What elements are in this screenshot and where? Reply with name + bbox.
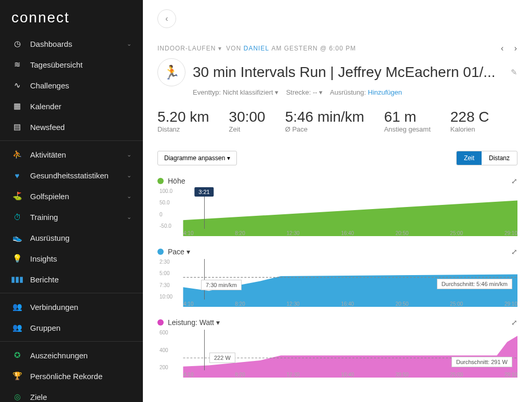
chevron-down-icon: ⌄ <box>127 41 131 47</box>
people-icon: 👥 <box>11 301 23 313</box>
pace-cursor-value: 7:30 min/km <box>201 280 242 290</box>
nav-rekorde[interactable]: 🏆Persönliche Rekorde <box>0 366 143 386</box>
nav-dashboards[interactable]: ◷Dashboards⌄ <box>0 33 143 54</box>
toggle-distanz[interactable]: Distanz <box>482 151 517 165</box>
chevron-down-icon: ⌄ <box>127 193 131 200</box>
chart-hoehe: Höhe⤢ 100.050.00-50.0 3:21 4:108:2012:30… <box>157 177 517 236</box>
stopwatch-icon: ⏱ <box>11 211 23 223</box>
logo: connect <box>0 9 143 33</box>
prev-activity-button[interactable]: ‹ <box>501 44 504 53</box>
wave-icon: ∿ <box>11 80 23 91</box>
edit-title-button[interactable]: ✎ <box>511 68 517 77</box>
bars-icon: ▮▮▮ <box>11 274 23 285</box>
expand-leistung-button[interactable]: ⤢ <box>511 318 517 327</box>
calendar-icon: ▦ <box>11 100 23 112</box>
activity-title: 30 min Intervals Run | Jeffrey McEachern… <box>193 64 507 81</box>
activity-nav-arrows: ‹ › <box>494 44 517 53</box>
back-button[interactable]: ‹ <box>157 9 176 28</box>
leistung-cursor-value: 222 W <box>209 353 235 363</box>
nav-newsfeed[interactable]: ▤Newsfeed <box>0 116 143 137</box>
golf-icon: ⛳ <box>11 190 23 202</box>
layers-icon: ≋ <box>11 59 23 70</box>
hoehe-dot-icon <box>157 178 164 184</box>
nav-kalender[interactable]: ▦Kalender <box>0 96 143 116</box>
stats-row: 5.20 kmDistanz 30:00Zeit 5:46 min/kmØ Pa… <box>157 109 517 133</box>
sidebar: connect ◷Dashboards⌄ ≋Tagesübersicht ∿Ch… <box>0 0 143 402</box>
expand-pace-button[interactable]: ⤢ <box>511 248 517 256</box>
stat-distanz-val: 5.20 km <box>157 109 209 125</box>
chart-leistung: Leistung: Watt ▾⤢ 600400200 222 W Durchs… <box>157 318 517 378</box>
pace-dot-icon <box>157 249 164 255</box>
nav-insights[interactable]: 💡Insights <box>0 248 143 269</box>
nav-tagesuebersicht[interactable]: ≋Tagesübersicht <box>0 54 143 75</box>
chart-pace: Pace ▾⤢ 2:305:007:3010:00 7:30 min/km Du… <box>157 248 517 307</box>
nav-berichte[interactable]: ▮▮▮Berichte <box>0 269 143 290</box>
run-icon: 🏃 <box>157 58 185 86</box>
nav-gruppen[interactable]: 👥Gruppen <box>0 317 143 338</box>
nav-training[interactable]: ⏱Training⌄ <box>0 206 143 227</box>
next-activity-button[interactable]: › <box>514 44 517 53</box>
nav-golf[interactable]: ⛳Golfspielen⌄ <box>0 186 143 206</box>
news-icon: ▤ <box>11 121 23 133</box>
stat-kal-val: 228 C <box>450 109 489 125</box>
heart-icon: ♥ <box>11 170 23 181</box>
customize-charts-button[interactable]: Diagramme anpassen ▾ <box>157 151 237 165</box>
expand-hoehe-button[interactable]: ⤢ <box>511 177 517 185</box>
leistung-dot-icon <box>157 319 164 326</box>
nav-auszeichnungen[interactable]: ✪Auszeichnungen <box>0 345 143 366</box>
nav-challenges[interactable]: ∿Challenges <box>0 75 143 96</box>
stat-pace-val: 5:46 min/km <box>285 109 365 125</box>
trophy-icon: 🏆 <box>11 370 23 382</box>
gauge-icon: ◷ <box>11 38 23 49</box>
group-icon: 👥 <box>11 322 23 333</box>
nav-verbindungen[interactable]: 👥Verbindungen <box>0 296 143 317</box>
toggle-zeit[interactable]: Zeit <box>457 151 482 165</box>
chevron-down-icon: ⌄ <box>127 151 131 158</box>
activity-subline: Eventtyp: Nicht klassifiziert ▾ Strecke:… <box>193 88 517 96</box>
nav-aktivitaeten[interactable]: ⛹Aktivitäten⌄ <box>0 144 143 165</box>
add-gear-link[interactable]: Hinzufügen <box>368 88 402 96</box>
shoe-icon: 👟 <box>11 232 23 243</box>
cursor-time-tag: 3:21 <box>194 187 214 197</box>
nav-ausruestung[interactable]: 👟Ausrüstung <box>0 227 143 248</box>
user-link[interactable]: DANIEL <box>244 45 269 52</box>
stat-anstieg-val: 61 m <box>384 109 431 125</box>
main-content: ‹ INDOOR-LAUFEN ▾ VON DANIEL AM GESTERN … <box>143 0 532 402</box>
nav-ziele[interactable]: ◎Ziele <box>0 386 143 402</box>
pace-avg-label: Durchschnitt: 5:46 min/km <box>437 279 512 289</box>
chevron-down-icon: ⌄ <box>127 214 131 221</box>
chevron-down-icon: ⌄ <box>127 172 131 179</box>
badge-icon: ✪ <box>11 349 23 361</box>
chart-x-axis-toggle: Zeit Distanz <box>456 151 517 165</box>
person-icon: ⛹ <box>11 149 23 160</box>
stat-zeit-val: 30:00 <box>229 109 265 125</box>
bulb-icon: 💡 <box>11 253 23 264</box>
nav-gesundheit[interactable]: ♥Gesundheitsstatistiken⌄ <box>0 165 143 186</box>
breadcrumb: INDOOR-LAUFEN ▾ VON DANIEL AM GESTERN @ … <box>157 44 517 53</box>
target-icon: ◎ <box>11 391 23 402</box>
leistung-avg-label: Durchschnitt: 291 W <box>451 357 512 367</box>
